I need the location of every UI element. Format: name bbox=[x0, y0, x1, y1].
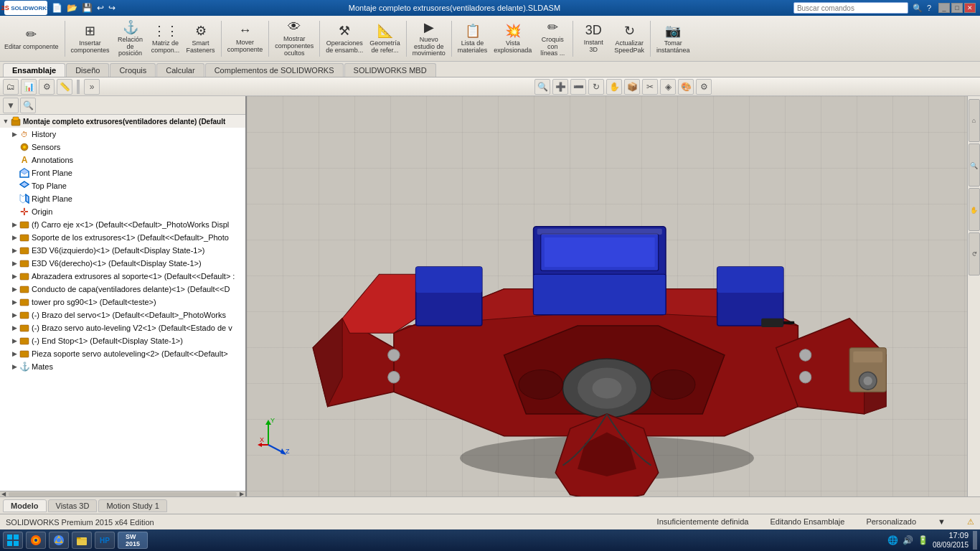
relation-button[interactable]: ⚓ Relacióndeposición bbox=[113, 19, 148, 59]
tab-calcular[interactable]: Calcular bbox=[156, 63, 204, 77]
view-zoom-button[interactable]: 🔍 bbox=[969, 143, 980, 187]
brazo-servo-expand[interactable]: ▶ bbox=[10, 309, 19, 321]
pieza-soporte-expand[interactable]: ▶ bbox=[10, 348, 19, 359]
e3d-left-item[interactable]: ▶ E3D V6(izquierdo)<1> (Default<Display … bbox=[9, 244, 245, 257]
tab-modelo[interactable]: Modelo bbox=[3, 499, 47, 512]
tab-diseno[interactable]: Diseño bbox=[66, 63, 109, 77]
origin-item[interactable]: ✛ Origin bbox=[9, 205, 245, 218]
matrix-button[interactable]: ⋮⋮ Matriz decompon... bbox=[149, 19, 183, 59]
tree-horizontal-scrollbar[interactable]: ◀ ▶ bbox=[0, 491, 245, 496]
show-hidden-button[interactable]: 👁 Mostrarcomponentesocultos bbox=[272, 19, 316, 59]
redo-icon[interactable]: ↪ bbox=[108, 3, 116, 13]
endstop-item[interactable]: ▶ (-) End Stop<1> (Default<Display State… bbox=[9, 334, 245, 347]
smart-fasteners-button[interactable]: ⚙ SmartFasteners bbox=[184, 19, 218, 59]
soporte-item[interactable]: ▶ Soporte de los extrusores<1> (Default<… bbox=[9, 231, 245, 244]
scroll-left-arrow[interactable]: ◀ bbox=[1, 491, 6, 496]
conducto-item[interactable]: ▶ Conducto de capa(ventiladores delante)… bbox=[9, 283, 245, 296]
close-button[interactable]: ✕ bbox=[964, 3, 976, 13]
e3d-left-expand[interactable]: ▶ bbox=[10, 245, 19, 256]
assembly-operations-button[interactable]: ⚒ Operacionesde ensamb... bbox=[323, 19, 366, 59]
tower-item[interactable]: ▶ tower pro sg90<1> (Default<teste>) bbox=[9, 296, 245, 309]
sensors-item[interactable]: Sensors bbox=[9, 141, 245, 154]
insert-components-button[interactable]: ⊞ Insertarcomponentes bbox=[68, 19, 113, 59]
help-icon[interactable]: ? bbox=[927, 4, 931, 12]
carro-expand[interactable]: ▶ bbox=[10, 219, 19, 230]
solidworks-taskbar-button[interactable]: SW2015 bbox=[118, 532, 148, 549]
maximize-button[interactable]: □ bbox=[951, 3, 963, 13]
edit-component-button[interactable]: ✏ Editar componente bbox=[1, 19, 62, 59]
tab-motion-study[interactable]: Motion Study 1 bbox=[98, 499, 166, 512]
pan-icon[interactable]: ✋ bbox=[606, 79, 622, 95]
e3d-right-item[interactable]: ▶ E3D V6(derecho)<1> (Default<Display St… bbox=[9, 257, 245, 270]
soporte-expand[interactable]: ▶ bbox=[10, 232, 19, 243]
sketch-lines-button[interactable]: ✏ Croquisconlíneas ... bbox=[535, 19, 570, 59]
geometry-ref-button[interactable]: 📐 Geometríade refer... bbox=[367, 19, 403, 59]
brazo-autoleveling-item[interactable]: ▶ (-) Brazo servo auto-leveling V2<1> (D… bbox=[9, 321, 245, 334]
zoom-in-icon[interactable]: ➕ bbox=[552, 79, 568, 95]
files-button[interactable] bbox=[72, 532, 92, 549]
hp-button[interactable]: HP bbox=[95, 532, 115, 549]
mates-expand[interactable]: ▶ bbox=[10, 361, 19, 372]
section-view-icon[interactable]: ✂ bbox=[642, 79, 658, 95]
scroll-thumb[interactable] bbox=[9, 492, 237, 496]
pieza-soporte-item[interactable]: ▶ Pieza soporte servo autoleveling<2> (D… bbox=[9, 347, 245, 360]
display-style-icon[interactable]: ◈ bbox=[660, 79, 676, 95]
tab-mbd[interactable]: SOLIDWORKS MBD bbox=[344, 63, 436, 77]
3d-viewport[interactable]: X Y Z ⌂ 🔍 ✋ ↻ bbox=[247, 96, 980, 496]
open-icon[interactable]: 📂 bbox=[67, 3, 77, 13]
tower-expand[interactable]: ▶ bbox=[10, 296, 19, 308]
snapshot-button[interactable]: 📷 Tomarinstantánea bbox=[654, 19, 693, 59]
feature-manager-icon[interactable]: 🗂 bbox=[3, 79, 19, 95]
tab-complementos[interactable]: Complementos de SOLIDWORKS bbox=[205, 63, 344, 77]
undo-icon[interactable]: ↩ bbox=[97, 3, 104, 13]
carro-item[interactable]: ▶ (f) Carro eje x<1> (Default<<Default>_… bbox=[9, 218, 245, 231]
brazo-autoleveling-expand[interactable]: ▶ bbox=[10, 322, 19, 334]
right-plane-item[interactable]: Right Plane bbox=[9, 192, 245, 205]
brazo-servo-item[interactable]: ▶ (-) Brazo del servo<1> (Default<<Defau… bbox=[9, 309, 245, 321]
speedpak-button[interactable]: ↻ ActualizarSpeedPak bbox=[611, 19, 647, 59]
save-icon[interactable]: 💾 bbox=[82, 3, 93, 13]
minimize-button[interactable]: _ bbox=[938, 3, 950, 13]
appearances-icon[interactable]: 🎨 bbox=[678, 79, 694, 95]
tab-vistas-3d[interactable]: Vistas 3D bbox=[48, 499, 98, 512]
view-settings-icon[interactable]: ⚙ bbox=[696, 79, 712, 95]
property-manager-icon[interactable]: 📊 bbox=[21, 79, 37, 95]
abrazadera-item[interactable]: ▶ Abrazadera extrusores al soporte<1> (D… bbox=[9, 270, 245, 283]
tab-ensamblaje[interactable]: Ensamblaje bbox=[3, 63, 65, 77]
history-expand[interactable]: ▶ bbox=[10, 128, 19, 140]
chrome-button[interactable] bbox=[49, 532, 69, 549]
taskbar-show-desktop-icon[interactable] bbox=[973, 531, 977, 549]
status-dropdown-icon[interactable]: ▼ bbox=[938, 517, 946, 527]
search-input[interactable] bbox=[793, 2, 908, 14]
scroll-right-arrow[interactable]: ▶ bbox=[240, 491, 244, 496]
filter-icon[interactable]: ▼ bbox=[3, 98, 19, 113]
view-front-button[interactable]: ⌂ bbox=[969, 99, 980, 142]
motion-study-button[interactable]: ▶ Nuevoestudio demovimiento bbox=[410, 19, 448, 59]
new-icon[interactable]: 📄 bbox=[52, 3, 62, 13]
instant3d-button[interactable]: 3D Instant3D bbox=[576, 19, 611, 59]
view-rotate-button[interactable]: ↻ bbox=[969, 232, 980, 276]
endstop-expand[interactable]: ▶ bbox=[10, 335, 19, 347]
top-plane-item[interactable]: Top Plane bbox=[9, 179, 245, 192]
exploded-view-button[interactable]: 💥 Vistaexplosionada bbox=[491, 19, 534, 59]
bom-button[interactable]: 📋 Lista demateriales bbox=[455, 19, 491, 59]
move-component-button[interactable]: ↔ Movercomponente bbox=[225, 19, 266, 59]
firefox-button[interactable] bbox=[26, 532, 46, 549]
zoom-out-icon[interactable]: ➖ bbox=[570, 79, 586, 95]
config-manager-icon[interactable]: ⚙ bbox=[39, 79, 55, 95]
search-tree-icon[interactable]: 🔍 bbox=[20, 98, 36, 113]
tab-croquis[interactable]: Croquis bbox=[110, 63, 156, 77]
e3d-right-expand[interactable]: ▶ bbox=[10, 258, 19, 269]
conducto-expand[interactable]: ▶ bbox=[10, 283, 19, 295]
expand-button[interactable]: » bbox=[84, 79, 100, 95]
front-plane-item[interactable]: Front Plane bbox=[9, 166, 245, 179]
mates-item[interactable]: ▶ ⚓ Mates bbox=[9, 360, 245, 373]
abrazadera-expand[interactable]: ▶ bbox=[10, 270, 19, 282]
zoom-to-fit-icon[interactable]: 🔍 bbox=[534, 79, 550, 95]
view-orientation-icon[interactable]: 📦 bbox=[624, 79, 640, 95]
rotate-icon[interactable]: ↻ bbox=[588, 79, 604, 95]
assembly-root-item[interactable]: ▼ Montaje completo extrusores(ventilador… bbox=[0, 115, 245, 128]
dim-expert-icon[interactable]: 📏 bbox=[57, 79, 72, 95]
view-pan-button[interactable]: ✋ bbox=[969, 188, 980, 231]
annotations-item[interactable]: A Annotations bbox=[9, 154, 245, 166]
